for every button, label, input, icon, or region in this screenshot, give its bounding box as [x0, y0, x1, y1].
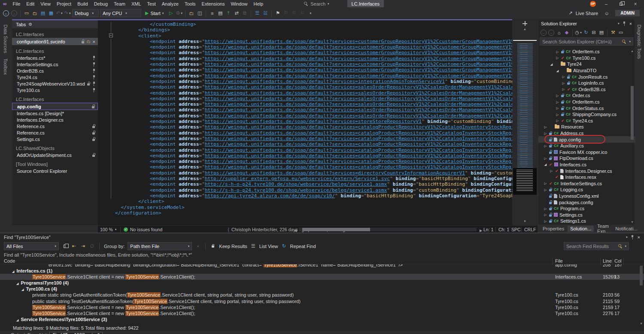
column-col[interactable]: Col	[614, 258, 622, 264]
switch-views-icon[interactable]: ◆	[563, 29, 570, 37]
collapsed-arrow-icon[interactable]: ▷	[556, 119, 559, 123]
column-file[interactable]: File	[555, 258, 563, 264]
open-document-item[interactable]: Reference.cs	[12, 129, 98, 136]
active-project-tab[interactable]: LC.Interfaces	[347, 0, 384, 7]
tree-item-interfacesettings-cs[interactable]: ▷✔C#InterfaceSettings.cs	[538, 180, 635, 187]
code-line[interactable]: <endpoint address="https://weingut.unifi…	[98, 164, 512, 170]
collapsed-arrow-icon[interactable]: ▷	[562, 81, 565, 85]
minimap-viewport[interactable]	[513, 168, 537, 195]
endpoint-url-link[interactable]: http://s-h-o-p24.tyre100.de/shop/webserv…	[205, 187, 387, 193]
tree-item-resources[interactable]: ▷Resources	[538, 124, 635, 130]
endpoint-url-link[interactable]: https://weingut.unifiedarts.de/soap/defa…	[205, 101, 512, 107]
scroll-up-icon[interactable]: ▲	[630, 49, 634, 52]
code-line[interactable]: <endpoint address="https://weingut.unifi…	[98, 44, 512, 50]
pin-icon[interactable]	[92, 88, 95, 92]
scroll-down-icon[interactable]: ▼	[630, 221, 634, 224]
menu-debug[interactable]: Debug	[91, 1, 111, 6]
scroll-down-icon[interactable]: ▼	[639, 322, 643, 325]
user-avatar[interactable]: DP	[590, 1, 596, 7]
forward-icon[interactable]: →	[11, 9, 18, 17]
zoom-control[interactable]: 100 %▾	[100, 226, 116, 233]
result-row[interactable]: private static string GetAuthentificatio…	[0, 292, 644, 298]
group-by-select[interactable]: Path then File▾	[128, 242, 192, 250]
endpoint-url-link[interactable]: https://weingut.unifiedarts.de/soap/defa…	[205, 141, 512, 147]
collapsed-arrow-icon[interactable]: ▷	[544, 132, 547, 135]
tree-item-settings1-cs[interactable]: ▷C#Settings1.cs	[538, 218, 635, 224]
find-in-files-icon[interactable]: 🗀	[188, 9, 195, 17]
show-all-files-icon[interactable]: ▤	[598, 29, 605, 37]
result-row[interactable]: public static string TestGetAuthentifica…	[0, 298, 644, 304]
code-line[interactable]: <endpoint address="http://supplier_exter…	[98, 176, 512, 181]
endpoint-url-link[interactable]: https://weingut.unifiedarts.de/soap/defa…	[205, 113, 512, 119]
tree-item-ftpdownload-cs[interactable]: ▷FtpDownload.cs	[538, 155, 635, 162]
expanded-arrow-icon[interactable]: ◢	[550, 62, 553, 66]
pending-changes-filter-icon[interactable]: ◷ ▾	[575, 29, 582, 37]
collapsed-arrow-icon[interactable]: ▷	[556, 106, 559, 110]
feedback-icon[interactable]: ☺	[603, 9, 610, 17]
redo-icon[interactable]: ↷ ▾	[64, 9, 71, 17]
back-icon[interactable]: ←	[3, 9, 9, 17]
code-line[interactable]: <endpoint address="https://weingut.unifi…	[98, 39, 512, 44]
code-line[interactable]: <endpoint address="https://weingut.unifi…	[98, 101, 512, 107]
diagnostic-tools-tab[interactable]: Diagnostic Tools	[637, 25, 642, 59]
keep-results-icon[interactable]	[210, 244, 216, 249]
endpoint-url-link[interactable]: https://weingut.unifiedarts.de/soap/defa…	[205, 119, 422, 124]
menu-view[interactable]: View	[37, 1, 54, 6]
search-find-results-input[interactable]: Search Find Results ▾	[564, 242, 629, 250]
expanded-arrow-icon[interactable]: ◢	[544, 162, 547, 166]
result-row[interactable]: Tyre100Service.Service1Client client = n…	[0, 310, 644, 316]
collapse-all-icon[interactable]: ⊟	[590, 29, 597, 37]
comment-icon[interactable]: ☰	[254, 9, 261, 17]
endpoint-url-link[interactable]: https://weingut.unifiedarts.de/soap/defa…	[205, 67, 512, 73]
pin-icon[interactable]	[92, 56, 95, 60]
close-button[interactable]: ×	[631, 1, 640, 6]
open-document-item[interactable]: Tyre24SoapWebserviceV10.wsdl	[12, 80, 98, 87]
code-line[interactable]: <endpoint address="https://weingut.unifi…	[98, 136, 512, 141]
scope-select[interactable]: All Files▾	[4, 242, 59, 250]
endpoint-url-link[interactable]: https://weingut.unifiedarts.de/soap/defa…	[205, 84, 512, 90]
splitter-handle-icon[interactable]	[522, 21, 527, 26]
menu-test[interactable]: Test	[144, 1, 159, 6]
endpoint-url-link[interactable]: http://s-h-o-p24.tyre100.de/shop/webserv…	[205, 181, 387, 187]
add-reference-icon[interactable]: ⤒	[225, 9, 232, 17]
result-row[interactable]: ervice1.svc" binding="basicHttpBinding" …	[0, 264, 644, 268]
menu-analyze[interactable]: Analyze	[159, 1, 182, 6]
undo-icon[interactable]: ↶ ▾	[56, 9, 63, 17]
tree-item-settings-cs[interactable]: ▷Settings.cs	[538, 211, 635, 218]
open-document-item[interactable]: AddOrUpdateShipment.cs	[12, 152, 98, 158]
endpoint-url-link[interactable]: https://weingut.unifiedarts.de/soap/defa…	[205, 107, 512, 113]
endpoint-url-link[interactable]: https://weingut.unifiedarts.de/soap/defa…	[205, 79, 445, 84]
code-line[interactable]: </client>	[98, 199, 512, 204]
forward-icon[interactable]: →	[548, 29, 555, 37]
start-button[interactable]: ▶Start▾	[143, 10, 166, 16]
keep-results-label[interactable]: Keep Results	[219, 244, 247, 249]
tree-item-jsonresult-cs[interactable]: ▷C#JsonResult.cs	[538, 74, 635, 80]
endpoint-url-link[interactable]: https://weingut.unifiedarts.de/soap/defa…	[205, 50, 512, 55]
result-group-row[interactable]: ◢Service References\Tyre100Service (3)	[0, 316, 644, 322]
promote-icon[interactable]: 🗀	[87, 40, 91, 44]
tree-item-tyre24[interactable]: ◢Tyre24	[538, 61, 635, 67]
code-line[interactable]: <endpoint address="http://s-h-o-p24.tyre…	[98, 187, 512, 193]
tree-item-orderitem-cs[interactable]: ▷C#OrderItem.cs	[538, 49, 635, 55]
column-line[interactable]: Line	[603, 258, 612, 264]
tree-item-program-cs[interactable]: ▷C#Program.cs	[538, 205, 635, 212]
tree-item-order-cs[interactable]: ▷C#Order.cs	[538, 92, 635, 99]
result-group-row[interactable]: ◢Interfaces.cs (1)	[0, 268, 644, 274]
open-document-item[interactable]: Tyre24.cs	[12, 74, 98, 80]
menu-window[interactable]: Window	[228, 1, 250, 6]
collapsed-arrow-icon[interactable]: ▷	[556, 94, 559, 98]
prev-location-icon[interactable]: ⇤	[71, 243, 77, 249]
endpoint-url-link[interactable]: https://weingut.unifiedarts.de/soap/defa…	[205, 39, 512, 44]
collapsed-arrow-icon[interactable]: ▷	[544, 207, 547, 211]
open-document-item[interactable]: Tyre100.cs	[12, 87, 98, 93]
platform-select[interactable]: Any CPU▾	[100, 9, 141, 17]
window-tab-error-list[interactable]: Error List	[27, 332, 47, 334]
code-line[interactable]: <endpoint address="https://weingut.unifi…	[98, 141, 512, 147]
collapsed-arrow-icon[interactable]: ▷	[556, 50, 559, 54]
collapsed-arrow-icon[interactable]: ▷	[544, 213, 547, 217]
toolbar-overflow-icon[interactable]: ▾	[307, 9, 314, 17]
code-line[interactable]: <endpoint address="https://weingut.unifi…	[98, 130, 512, 136]
column-code[interactable]: Code	[4, 258, 15, 264]
restore-button[interactable]	[617, 1, 625, 6]
clear-results-icon[interactable]: ∅	[89, 243, 95, 249]
